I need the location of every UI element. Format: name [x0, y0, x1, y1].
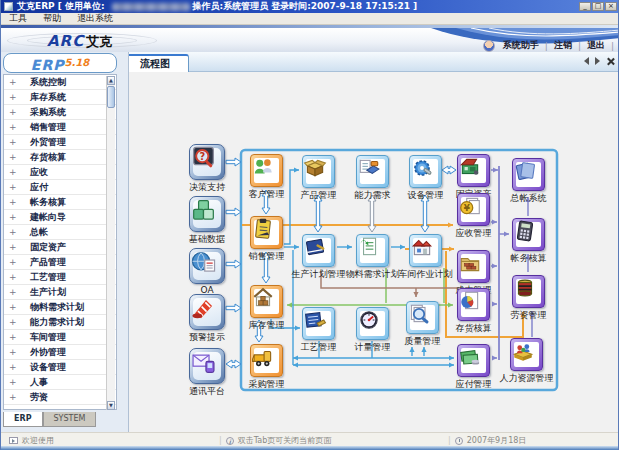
prev-tab-icon[interactable]: [584, 57, 589, 65]
sidebar-item-14[interactable]: +生产计划: [4, 285, 116, 300]
expand-plus-icon[interactable]: +: [9, 153, 18, 162]
sidebar-item-8[interactable]: +帐务核算: [4, 195, 116, 210]
sidebar-item-19[interactable]: +设备管理: [4, 360, 116, 375]
menu-item-2[interactable]: 退出系统: [77, 12, 113, 25]
sidebar-item-15[interactable]: +物料需求计划: [4, 300, 116, 315]
node-base-data[interactable]: [189, 196, 225, 232]
sidebar-item-9[interactable]: +建帐向导: [4, 210, 116, 225]
expand-plus-icon[interactable]: +: [9, 213, 18, 222]
expand-plus-icon[interactable]: +: [9, 108, 18, 117]
scroll-down-icon[interactable]: ▼: [107, 401, 115, 410]
expand-plus-icon[interactable]: +: [9, 78, 18, 87]
header-link-2[interactable]: 退出: [581, 39, 611, 52]
close-tab-icon[interactable]: [606, 57, 614, 65]
maximize-icon[interactable]: □: [592, 2, 604, 11]
node-hr-mgmt[interactable]: [510, 338, 543, 371]
node-product-mgmt[interactable]: [302, 155, 335, 188]
status-welcome: 欢迎使用: [22, 435, 54, 446]
expand-plus-icon[interactable]: +: [9, 183, 18, 192]
pie-doc-icon: [461, 292, 486, 317]
expand-plus-icon[interactable]: +: [9, 378, 18, 387]
sidebar-item-label: 销售管理: [30, 121, 66, 134]
node-shopfloor-plan[interactable]: [409, 234, 442, 267]
node-metrology-mgmt[interactable]: [356, 307, 389, 340]
expand-plus-icon[interactable]: +: [9, 168, 18, 177]
node-fixed-assets[interactable]: [457, 154, 490, 187]
expand-plus-icon[interactable]: +: [9, 318, 18, 327]
node-cost-mgmt[interactable]: [457, 250, 490, 283]
node-receivables-mgmt[interactable]: ¥: [457, 193, 490, 226]
node-quality-mgmt[interactable]: [406, 301, 439, 334]
sidebar-tab-system[interactable]: SYSTEM: [43, 412, 97, 427]
scroll-up-icon[interactable]: ▲: [107, 76, 115, 85]
menu-item-1[interactable]: 帮助: [43, 12, 61, 25]
sidebar-item-10[interactable]: +总帐: [4, 225, 116, 240]
expand-plus-icon[interactable]: +: [9, 303, 18, 312]
expand-plus-icon[interactable]: +: [9, 363, 18, 372]
node-mrp[interactable]: [356, 234, 389, 267]
header-link-1[interactable]: 注销: [548, 39, 578, 52]
expand-plus-icon[interactable]: +: [9, 348, 18, 357]
sidebar-item-label: 建帐向导: [30, 211, 66, 224]
expand-plus-icon[interactable]: +: [9, 228, 18, 237]
sidebar-item-12[interactable]: +产品管理: [4, 255, 116, 270]
sidebar-item-16[interactable]: +能力需求计划: [4, 315, 116, 330]
node-sales-mgmt[interactable]: [250, 216, 283, 249]
expand-plus-icon[interactable]: +: [9, 138, 18, 147]
menu-item-0[interactable]: 工具: [9, 12, 27, 25]
sidebar-item-1[interactable]: +库存系统: [4, 90, 116, 105]
node-gl-system[interactable]: [512, 158, 545, 191]
node-equipment-mgmt[interactable]: [409, 155, 442, 188]
sidebar-tab-erp[interactable]: ERP: [3, 412, 43, 427]
node-production-plan[interactable]: [302, 234, 335, 267]
node-decision-support[interactable]: ?: [189, 144, 225, 180]
expand-plus-icon[interactable]: +: [9, 288, 18, 297]
sidebar-item-18[interactable]: +外协管理: [4, 345, 116, 360]
expand-plus-icon[interactable]: +: [9, 123, 18, 132]
sidebar-item-label: 外协管理: [30, 346, 66, 359]
sidebar-item-7[interactable]: +应付: [4, 180, 116, 195]
sidebar-item-21[interactable]: +劳资: [4, 390, 116, 405]
expand-plus-icon[interactable]: +: [9, 333, 18, 342]
expand-plus-icon[interactable]: +: [9, 93, 18, 102]
scroll-thumb[interactable]: [107, 86, 115, 108]
node-oa[interactable]: [189, 248, 225, 284]
sidebar-scrollbar[interactable]: ▲ ▼: [106, 76, 115, 410]
expand-plus-icon[interactable]: +: [9, 393, 18, 402]
cubes-icon: [193, 200, 221, 228]
sidebar-item-13[interactable]: +工艺管理: [4, 270, 116, 285]
node-customer-mgmt[interactable]: [250, 154, 283, 187]
sidebar-item-20[interactable]: +人事: [4, 375, 116, 390]
expand-plus-icon[interactable]: +: [9, 258, 18, 267]
header-link-0[interactable]: 系统助手: [497, 39, 545, 52]
sidebar-item-3[interactable]: +销售管理: [4, 120, 116, 135]
node-inventory-mgmt[interactable]: [250, 285, 283, 318]
tab-flowchart[interactable]: 流程图: [121, 54, 189, 72]
sidebar-item-17[interactable]: +车间管理: [4, 330, 116, 345]
node-payables-mgmt[interactable]: [457, 344, 490, 377]
node-stock-accounting[interactable]: [457, 288, 490, 321]
sidebar-item-label: 存货核算: [30, 151, 66, 164]
sidebar-item-11[interactable]: +固定资产: [4, 240, 116, 255]
sidebar-item-4[interactable]: +外贸管理: [4, 135, 116, 150]
close-icon[interactable]: ×: [605, 2, 617, 11]
expand-plus-icon[interactable]: +: [9, 243, 18, 252]
open-box-icon: [306, 159, 331, 184]
node-comm-platform[interactable]: [189, 348, 225, 384]
sidebar-item-0[interactable]: +系统控制: [4, 75, 116, 90]
node-process-mgmt[interactable]: [302, 307, 335, 340]
minimize-icon[interactable]: _: [579, 2, 591, 11]
node-alert-tips[interactable]: [189, 294, 225, 330]
brand-logo-cn: 艾克: [86, 34, 112, 49]
sidebar-item-5[interactable]: +存货核算: [4, 150, 116, 165]
sidebar-item-6[interactable]: +应收: [4, 165, 116, 180]
node-purchase-mgmt[interactable]: [250, 344, 283, 377]
expand-plus-icon[interactable]: +: [9, 273, 18, 282]
next-tab-icon[interactable]: [595, 57, 600, 65]
node-labor-mgmt[interactable]: [512, 275, 545, 308]
envelope-phone-icon: [193, 352, 221, 380]
node-capacity-req[interactable]: [356, 155, 389, 188]
node-accounting[interactable]: [512, 218, 545, 251]
sidebar-item-2[interactable]: +采购系统: [4, 105, 116, 120]
expand-plus-icon[interactable]: +: [9, 198, 18, 207]
